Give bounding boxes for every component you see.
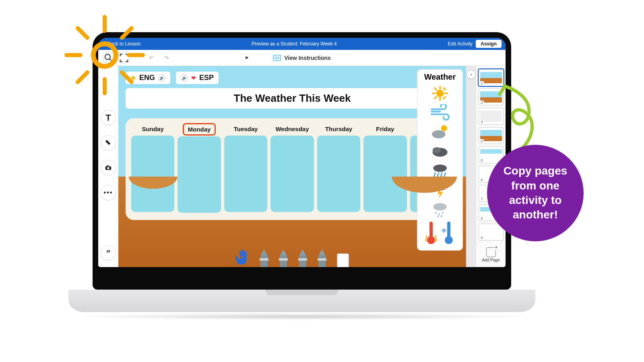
page-number: 3 <box>480 120 484 124</box>
lang-esp-label: ESP <box>199 74 214 82</box>
svg-point-14 <box>438 213 440 215</box>
weather-sunny-icon[interactable] <box>424 85 456 102</box>
day-label: Friday <box>376 123 394 135</box>
weather-cloudy-icon[interactable] <box>424 143 456 160</box>
speaker-icon[interactable]: 🔊 <box>181 74 188 82</box>
feature-callout: Copy pages from one activity to another! <box>487 145 584 241</box>
day-label: Thursday <box>325 123 353 135</box>
week-table: Sunday Monday Tuesday <box>126 118 459 220</box>
add-page-button[interactable]: Add Page <box>482 245 500 264</box>
day-label: Sunday <box>142 123 164 135</box>
day-column[interactable]: Wednesday <box>270 123 314 213</box>
editor-toolbar: ↶ ↷ ➤ View Instructions <box>98 50 506 66</box>
sun-doodle-decoration <box>58 9 151 101</box>
day-dropzone[interactable] <box>131 136 174 212</box>
app-screen: ◀ Back to Lesson Preview as a Student: F… <box>98 38 506 267</box>
next-page-arrow[interactable]: › <box>466 70 475 79</box>
weather-thunder-icon[interactable] <box>424 181 456 198</box>
page-number: 1 <box>480 81 484 85</box>
svg-point-12 <box>433 203 447 210</box>
weather-partly-cloudy-icon[interactable] <box>424 123 456 140</box>
weather-hot-icon[interactable] <box>424 220 438 246</box>
add-page-label: Add Page <box>482 258 500 262</box>
view-instructions-label: View Instructions <box>284 55 331 61</box>
callout-text: Copy pages from one activity to another! <box>499 164 572 222</box>
day-label: Wednesday <box>275 123 309 135</box>
day-dropzone[interactable] <box>317 136 360 212</box>
page-number: 8 <box>480 216 484 220</box>
page-number: 9 <box>480 236 484 240</box>
day-label: Monday <box>183 123 216 136</box>
svg-rect-18 <box>429 222 433 238</box>
day-dropzone[interactable] <box>178 136 221 213</box>
svg-point-15 <box>442 212 444 214</box>
instructions-icon <box>273 55 281 61</box>
day-column[interactable]: Monday <box>178 123 221 213</box>
pen-tool-4[interactable] <box>318 249 326 267</box>
move-tool[interactable] <box>235 249 249 267</box>
app-topbar: ◀ Back to Lesson Preview as a Student: F… <box>98 38 506 50</box>
lang-spanish-chip[interactable]: 🔊 ❤ ESP <box>176 72 219 84</box>
pen-tool-2[interactable] <box>279 249 288 267</box>
activity-canvas[interactable]: ★ ENG 🔊 🔊 ❤ ESP The Weather This Week <box>118 66 466 267</box>
drawing-tool-tray <box>235 249 349 267</box>
heart-icon: ❤ <box>191 75 196 81</box>
page-thumbnail[interactable]: 9 <box>479 224 504 241</box>
topbar-title: Preview as a Student: February Week 4 <box>252 41 337 47</box>
mouse-cursor-icon: ➤ <box>245 55 249 60</box>
page-number: 4 <box>480 139 484 143</box>
redo-icon[interactable]: ↷ <box>161 53 172 63</box>
day-column[interactable]: Thursday <box>317 123 360 213</box>
weather-panel-title: Weather <box>424 72 456 82</box>
weather-snow-icon[interactable] <box>424 201 456 218</box>
svg-rect-4 <box>107 165 109 167</box>
pen-tool-3[interactable] <box>298 249 307 267</box>
svg-point-5 <box>436 90 444 97</box>
svg-point-6 <box>441 125 447 131</box>
day-label: Tuesday <box>234 123 258 135</box>
add-page-icon <box>486 247 496 257</box>
text-tool[interactable]: T <box>101 110 116 125</box>
svg-point-7 <box>432 130 446 138</box>
activity-title: The Weather This Week <box>126 88 459 109</box>
assign-button[interactable]: Assign <box>476 40 502 48</box>
day-dropzone[interactable] <box>270 136 314 212</box>
edit-activity-link[interactable]: Edit Activity <box>448 41 473 47</box>
view-instructions-button[interactable]: View Instructions <box>273 55 331 61</box>
caption-tool[interactable]: ” <box>101 245 116 261</box>
svg-point-13 <box>435 212 437 214</box>
weather-stickers-panel: Weather <box>418 70 462 250</box>
language-bar: ★ ENG 🔊 🔊 ❤ ESP <box>126 72 459 84</box>
page-number: 2 <box>480 101 484 105</box>
svg-point-0 <box>93 44 116 66</box>
pen-tool-1[interactable] <box>260 249 268 267</box>
day-column[interactable]: Sunday <box>131 123 174 213</box>
mic-tool[interactable] <box>101 135 116 150</box>
eraser-tool[interactable] <box>337 253 349 267</box>
svg-point-19 <box>427 236 435 244</box>
svg-rect-20 <box>447 222 450 238</box>
weather-cold-icon[interactable] <box>442 220 456 246</box>
svg-point-17 <box>440 216 442 217</box>
svg-point-21 <box>445 236 453 244</box>
svg-point-9 <box>433 147 441 153</box>
laptop-frame: ◀ Back to Lesson Preview as a Student: F… <box>93 32 511 290</box>
curly-arrow-decoration <box>497 80 546 153</box>
svg-point-3 <box>107 167 109 169</box>
page-number: 7 <box>480 197 484 201</box>
svg-point-16 <box>437 216 439 217</box>
more-tool[interactable]: ••• <box>101 185 116 200</box>
day-column[interactable]: Friday <box>363 123 407 213</box>
day-dropzone[interactable] <box>363 136 407 212</box>
camera-tool[interactable] <box>101 160 116 175</box>
page-number: 5 <box>480 158 484 162</box>
day-column[interactable]: Tuesday <box>224 123 267 213</box>
canvas-scroll-gutter: › <box>466 66 476 267</box>
svg-point-11 <box>433 183 447 190</box>
weather-rain-icon[interactable] <box>424 162 456 179</box>
weather-windy-icon[interactable] <box>424 104 456 121</box>
page-number: 6 <box>480 178 484 182</box>
speaker-icon[interactable]: 🔊 <box>158 74 165 82</box>
day-dropzone[interactable] <box>224 136 267 212</box>
svg-point-10 <box>433 165 447 172</box>
